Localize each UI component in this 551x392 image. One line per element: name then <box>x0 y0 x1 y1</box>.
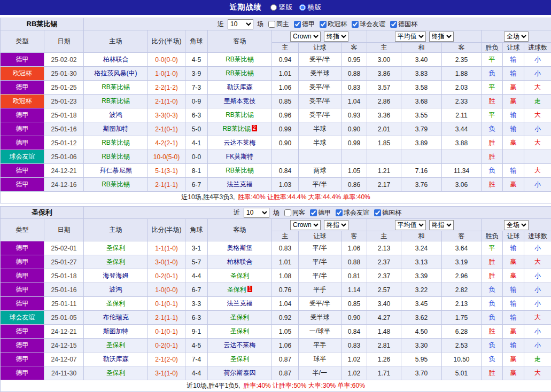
league-badge: 德甲 <box>1 108 44 122</box>
team-link[interactable]: RB莱比锡 <box>102 83 130 91</box>
asia-away-odds: 0.95 <box>342 53 367 67</box>
team-link[interactable]: 柏林联合 <box>103 56 129 63</box>
filter-option[interactable]: 德甲 <box>294 20 315 29</box>
team-link[interactable]: 圣保利 <box>230 313 250 321</box>
team-link[interactable]: RB莱比锡 <box>222 125 251 132</box>
team-link[interactable]: 圣保利 <box>230 355 250 363</box>
filter-option[interactable]: 球会友谊 <box>336 208 369 217</box>
team-link[interactable]: 拜仁慕尼黑 <box>100 167 132 174</box>
filter-controls: 近10场同主德甲欧冠杯球会友谊德国杯 <box>218 19 417 29</box>
europe-away-odds: 6.28 <box>442 325 482 339</box>
match-row: 德甲25-01-16波鸿1-0(0-0)6-7圣保利10.76平手1.142.5… <box>1 283 551 297</box>
match-row: 德甲24-12-21拜仁慕尼黑5-1(3-1)8-1RB莱比锡0.84两球1.0… <box>1 164 551 178</box>
team-section-leipzig: RB莱比锡 近10场同主德甲欧冠杯球会友谊德国杯 类型 日期 主场 比分(半场)… <box>0 18 551 203</box>
team-link[interactable]: RB莱比锡 <box>226 167 254 174</box>
layout-radio[interactable] <box>299 4 306 11</box>
team-link[interactable]: 波鸿 <box>110 286 122 293</box>
team-link[interactable]: 格拉茨风暴(中) <box>95 69 137 77</box>
team-cell: RB莱比锡 <box>208 164 272 178</box>
goals-result-cell: 走 <box>524 352 551 366</box>
team-link[interactable]: 圣保利 <box>227 286 246 293</box>
team-link[interactable]: 云达不莱梅 <box>224 341 256 349</box>
team-link[interactable]: 圣保利 <box>106 300 126 307</box>
filter-option[interactable]: 德国杯 <box>390 20 417 29</box>
filter-checkbox[interactable] <box>284 209 291 216</box>
team-link[interactable]: FK莫斯特 <box>226 153 253 160</box>
asia-select[interactable]: Crown <box>290 32 321 42</box>
europe-select[interactable]: 终指 <box>429 220 454 230</box>
team-link[interactable]: 法兰克福 <box>227 181 253 188</box>
filter-option[interactable]: 同主 <box>268 20 289 29</box>
team-link[interactable]: 圣保利 <box>230 272 250 279</box>
team-link[interactable]: 云达不莱梅 <box>224 139 256 146</box>
team-link[interactable]: RB莱比锡 <box>226 69 254 77</box>
filter-checkbox[interactable] <box>390 21 397 28</box>
filter-checkbox[interactable] <box>320 21 327 28</box>
match-score: 0-1(0-1) <box>148 297 185 311</box>
team-link[interactable]: 里斯本竞技 <box>224 97 256 105</box>
europe-select[interactable]: 平均值 <box>395 220 426 230</box>
filter-checkbox[interactable] <box>268 21 275 28</box>
goals-result-cell <box>524 150 551 164</box>
result-cell: 胜 <box>482 178 503 192</box>
filter-option[interactable]: 德国杯 <box>374 208 401 217</box>
league-badge: 德甲 <box>1 325 44 339</box>
scope-select[interactable]: 全场 <box>504 32 529 42</box>
europe-draw-odds: 3.68 <box>401 95 442 108</box>
layout-option[interactable]: 竖版 <box>270 3 293 12</box>
team-link[interactable]: 奥格斯堡 <box>227 244 253 252</box>
team-link[interactable]: 荷尔斯泰因 <box>224 369 256 377</box>
scope-select[interactable]: 全场 <box>504 220 529 230</box>
team-link[interactable]: 圣保利 <box>230 327 250 335</box>
filter-option[interactable]: 同客 <box>284 208 305 217</box>
team-link[interactable]: 法兰克福 <box>227 300 253 307</box>
team-link[interactable]: 圣保利 <box>106 258 126 265</box>
team-link[interactable]: 圣保利 <box>106 244 126 252</box>
layout-radio[interactable] <box>270 4 277 11</box>
europe-select[interactable]: 终指 <box>429 32 454 42</box>
match-score: 5-1(3-1) <box>148 164 185 178</box>
match-count-select[interactable]: 10 <box>228 19 253 29</box>
filter-checkbox[interactable] <box>374 209 381 216</box>
team-link[interactable]: 波鸿 <box>110 111 122 119</box>
team-link[interactable]: 柏林联合 <box>227 258 253 265</box>
asia-select[interactable]: Crown <box>290 220 321 230</box>
team-link[interactable]: RB莱比锡 <box>226 56 254 63</box>
near-label: 近 <box>234 208 240 217</box>
europe-draw-odds <box>401 150 442 164</box>
team-link[interactable]: 布伦瑞克 <box>103 313 129 321</box>
team-link[interactable]: RB莱比锡 <box>102 97 130 105</box>
handicap-result-cell: 赢 <box>503 325 524 339</box>
asia-away-odds: 0.81 <box>342 269 367 283</box>
team-link[interactable]: RB莱比锡 <box>102 139 130 146</box>
match-count-select[interactable]: 10 <box>244 208 269 218</box>
filter-checkbox[interactable] <box>352 21 359 28</box>
team-link[interactable]: 勒沃库森 <box>227 83 253 91</box>
filter-option[interactable]: 球会友谊 <box>352 20 385 29</box>
team-link[interactable]: 斯图加特 <box>103 125 129 132</box>
filter-checkbox[interactable] <box>336 209 343 216</box>
europe-select[interactable]: 平均值 <box>395 32 426 42</box>
team-link[interactable]: RB莱比锡 <box>226 111 254 119</box>
team-link[interactable]: 勒沃库森 <box>103 355 129 363</box>
team-link[interactable]: 圣保利 <box>106 341 126 349</box>
col-date: 日期 <box>44 219 84 241</box>
asia-select[interactable]: 终指 <box>324 220 348 230</box>
team-link[interactable]: 海登海姆 <box>103 272 129 279</box>
filter-checkbox[interactable] <box>310 209 317 216</box>
asia-select[interactable]: 终指 <box>324 32 348 42</box>
team-link[interactable]: 圣保利 <box>106 369 126 377</box>
filter-option-label: 德国杯 <box>382 208 401 217</box>
team-link[interactable]: RB莱比锡 <box>102 153 130 160</box>
europe-home-odds <box>367 150 401 164</box>
col-cover: 让球 <box>503 43 524 53</box>
team-link[interactable]: 斯图加特 <box>103 327 129 335</box>
team-link[interactable]: RB莱比锡 <box>102 181 130 188</box>
filter-checkbox[interactable] <box>294 21 301 28</box>
layout-option[interactable]: 横版 <box>299 3 322 12</box>
league-badge: 德甲 <box>1 178 44 192</box>
europe-draw-odds: 3.89 <box>401 136 442 150</box>
match-score: 3-0(1-0) <box>148 255 185 269</box>
filter-option[interactable]: 德甲 <box>310 208 331 217</box>
filter-option[interactable]: 欧冠杯 <box>320 20 347 29</box>
